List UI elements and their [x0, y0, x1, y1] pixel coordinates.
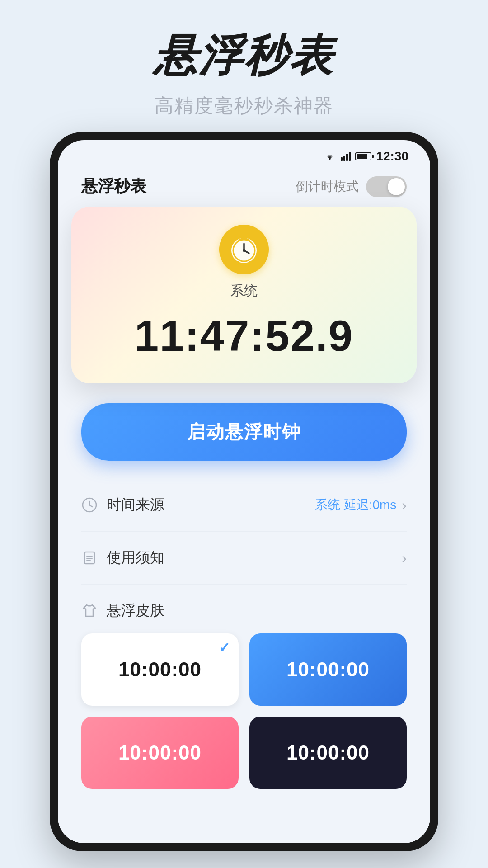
app-subtitle: 高精度毫秒秒杀神器	[154, 93, 334, 118]
floating-card-area: 系统 11:47:52.9	[58, 207, 430, 383]
svg-rect-2	[343, 156, 345, 161]
skin-blue-time: 10:00:00	[286, 658, 370, 681]
skin-card-dark[interactable]: 10:00:00	[249, 717, 407, 789]
skin-grid: ✓ 10:00:00 10:00:00 10:00:00 10:00:00	[81, 633, 407, 789]
settings-item-time-source[interactable]: 时间来源 系统 延迟:0ms ›	[81, 479, 407, 532]
battery-icon	[355, 152, 371, 160]
start-floating-clock-button[interactable]: 启动悬浮时钟	[81, 403, 407, 461]
alarm-clock-icon	[228, 234, 260, 265]
clock-icon-container	[219, 225, 269, 274]
svg-rect-1	[341, 157, 343, 161]
skin-card-blue[interactable]: 10:00:00	[249, 633, 407, 706]
phone-screen: 12:30 悬浮秒表 倒计时模式	[58, 140, 430, 843]
skin-selected-check: ✓	[219, 640, 230, 656]
status-icons: 12:30	[324, 149, 408, 164]
skin-title-text: 悬浮皮肤	[107, 601, 164, 621]
toggle-knob	[388, 178, 405, 195]
svg-rect-4	[349, 152, 351, 161]
document-icon	[81, 550, 98, 566]
svg-point-0	[329, 159, 331, 160]
settings-item-left: 时间来源	[81, 495, 164, 515]
svg-line-14	[89, 505, 92, 507]
settings-item-right-instructions: ›	[402, 550, 407, 566]
skin-title-row: 悬浮皮肤	[81, 601, 407, 621]
start-button-area: 启动悬浮时钟	[58, 383, 430, 479]
chevron-right-icon-time: ›	[402, 497, 407, 514]
app-header-title: 悬浮秒表	[81, 175, 146, 198]
svg-line-10	[236, 262, 238, 264]
skin-pink-time: 10:00:00	[118, 741, 202, 764]
skin-dark-time: 10:00:00	[286, 741, 370, 764]
settings-item-right-time: 系统 延迟:0ms ›	[315, 496, 407, 514]
skin-white-time: 10:00:00	[118, 658, 202, 681]
floating-card: 系统 11:47:52.9	[71, 207, 417, 383]
time-source-text: 时间来源	[107, 495, 164, 515]
skin-card-white[interactable]: ✓ 10:00:00	[81, 633, 239, 706]
signal-icon	[341, 152, 351, 161]
svg-point-9	[243, 249, 245, 252]
countdown-toggle[interactable]	[366, 176, 407, 197]
settings-item-instructions[interactable]: 使用须知 ›	[81, 532, 407, 585]
svg-line-11	[250, 262, 252, 264]
main-time-display: 11:47:52.9	[135, 311, 353, 361]
countdown-label: 倒计时模式	[296, 178, 359, 195]
app-title: 悬浮秒表	[154, 27, 334, 86]
phone-mockup: 12:30 悬浮秒表 倒计时模式	[50, 132, 438, 851]
status-bar: 12:30	[58, 140, 430, 168]
time-source-label: 系统	[230, 282, 258, 300]
settings-item-left-instructions: 使用须知	[81, 548, 164, 568]
instructions-text: 使用须知	[107, 548, 164, 568]
app-header: 悬浮秒表 倒计时模式	[58, 168, 430, 207]
status-time: 12:30	[376, 149, 408, 164]
countdown-mode-row: 倒计时模式	[296, 176, 407, 197]
settings-list: 时间来源 系统 延迟:0ms › 使用须知	[58, 479, 430, 585]
skin-card-pink[interactable]: 10:00:00	[81, 717, 239, 789]
skin-section: 悬浮皮肤 ✓ 10:00:00 10:00:00 10:00:00 10	[58, 585, 430, 789]
chevron-right-icon-instructions: ›	[402, 550, 407, 566]
bottom-peek	[58, 789, 430, 843]
clock-outline-icon	[81, 497, 98, 513]
time-source-value: 系统 延迟:0ms	[315, 496, 396, 514]
svg-rect-3	[346, 154, 348, 161]
wifi-icon	[324, 152, 336, 161]
page-header: 悬浮秒表 高精度毫秒秒杀神器	[154, 0, 334, 118]
shirt-icon	[81, 603, 98, 619]
